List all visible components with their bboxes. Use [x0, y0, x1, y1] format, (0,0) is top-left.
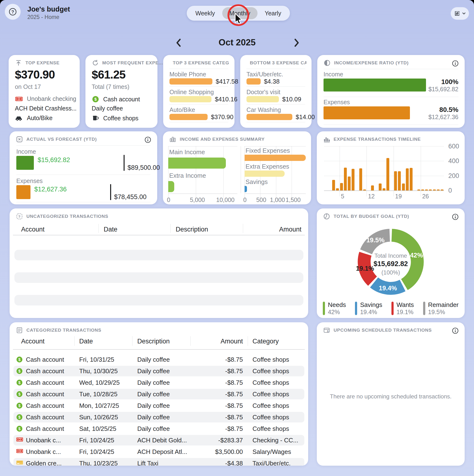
table-row[interactable]: $Cash accountSun, 10/26/25Daily coffee-$…: [14, 412, 304, 423]
ratio-amount: $12,627.36: [428, 114, 458, 120]
timeline-bar: [433, 189, 436, 190]
ratio-bar: [324, 79, 426, 91]
series-label: Fixed Expenses: [245, 147, 290, 154]
column-header-account[interactable]: Account: [21, 338, 45, 345]
expand-menu-button[interactable]: [451, 7, 469, 20]
cell-account: Cash account: [26, 354, 74, 365]
timeline-bar: [421, 189, 424, 190]
table-row[interactable]: $Cash accountMon, 10/27/25Daily coffee-$…: [14, 400, 304, 411]
info-icon[interactable]: [452, 213, 459, 221]
series-label: Savings: [245, 178, 268, 186]
ratio-percent: 100%: [441, 78, 458, 86]
column-header-amount[interactable]: Amount: [250, 226, 301, 233]
category-bar: [246, 114, 292, 120]
category-bar: [169, 78, 212, 85]
income-summary-chart: 05,00010,000Main IncomeExtra Income: [168, 146, 237, 194]
svg-text:$: $: [18, 404, 21, 408]
column-header-date[interactable]: Date: [79, 338, 93, 345]
cell-description: Lift Taxi: [137, 458, 200, 466]
cell-category: Coffee shops: [252, 412, 304, 423]
info-icon[interactable]: [144, 136, 151, 143]
column-header-account[interactable]: Account: [21, 226, 45, 233]
tab-yearly[interactable]: Yearly: [258, 7, 289, 19]
top3-expense-categories-card: TOP 3 EXPENSE CATEG... Mobile Phone$417.…: [163, 55, 234, 128]
x-tick-label: 19: [395, 193, 402, 200]
top-expense-account: Unobank checking: [27, 95, 76, 102]
help-button[interactable]: ?: [5, 4, 21, 20]
legend-name: Savings: [360, 301, 382, 309]
budget-dashboard-page: ? Joe's budget 2025 - Home WeeklyMonthly…: [0, 0, 474, 476]
tab-weekly[interactable]: Weekly: [188, 7, 222, 19]
empty-row-placeholder: [14, 295, 303, 306]
timeline-bar: [402, 184, 405, 190]
table-row[interactable]: Unobank c...Fri, 10/24/25ACH Debit Gold.…: [14, 435, 304, 445]
credit-card-icon: [16, 460, 24, 465]
table-row[interactable]: $Cash accountSat, 10/25/25Daily coffee-$…: [14, 424, 304, 434]
actual-vs-forecast-card: ACTUAL VS FORECAST (YTD) Income$15,692.8…: [10, 131, 157, 204]
top-expense-category: Auto/Bike: [27, 115, 52, 121]
table-row[interactable]: Unobank c...Fri, 10/24/25ACH Deposit Atl…: [14, 446, 304, 457]
grid-line: [324, 161, 444, 161]
column-header-category[interactable]: Category: [252, 338, 279, 345]
grid-line: [223, 147, 224, 200]
cash-account-icon: $: [16, 391, 23, 398]
legend-name: Wants: [396, 301, 414, 309]
table-row[interactable]: $Cash accountThu, 10/30/25Daily coffee-$…: [14, 366, 304, 376]
category-bar: [246, 78, 261, 85]
cell-category: Coffee shops: [252, 424, 304, 434]
cell-category: Coffee shops: [252, 366, 304, 376]
table-row[interactable]: $Cash accountTue, 10/28/25Daily coffee-$…: [14, 389, 304, 399]
timeline-bar: [394, 171, 397, 190]
column-header-description[interactable]: Description: [176, 226, 208, 233]
info-icon[interactable]: [452, 60, 459, 67]
coffee-mug-icon: [92, 115, 99, 122]
cell-date: Fri, 10/24/25: [79, 435, 134, 445]
cell-category: Coffee shops: [252, 354, 304, 365]
timeline-bar: [359, 168, 362, 190]
row-separator: [324, 97, 458, 97]
cell-account: Cash account: [26, 412, 74, 423]
timeline-bar: [417, 189, 420, 190]
cash-account-icon: $: [16, 379, 23, 386]
legend-text: Wants19.1%: [396, 301, 414, 316]
resize-icon: [454, 10, 460, 17]
legend-value: 19.5%: [428, 309, 459, 316]
svg-text:?: ?: [18, 214, 21, 219]
info-icon[interactable]: [452, 327, 459, 334]
category-value: $10.09: [282, 96, 301, 103]
prev-month-button[interactable]: [174, 37, 183, 48]
column-header-amount[interactable]: Amount: [202, 338, 243, 345]
category-value: $4.38: [264, 78, 280, 85]
column-header-date[interactable]: Date: [104, 226, 117, 233]
column-header-description[interactable]: Description: [137, 338, 170, 345]
most-frequent-description: Daily coffee: [92, 105, 123, 112]
card-title: INCOME AND EXPENSES SUMMARY: [180, 137, 265, 142]
card-title: ACTUAL VS FORECAST (YTD): [26, 137, 97, 142]
table-row[interactable]: Golden cre...Thu, 10/23/25Lift Taxi-$4.3…: [14, 458, 304, 466]
empty-row-placeholder: [14, 250, 303, 260]
header-underline: [13, 349, 305, 350]
column-divider: [170, 224, 171, 233]
cash-account-icon: $: [16, 356, 23, 363]
avf-actual-bar: [16, 185, 31, 199]
cash-account-icon: $: [16, 402, 23, 409]
table-row[interactable]: $Cash accountFri, 10/31/25Daily coffee-$…: [14, 354, 304, 365]
cell-account: Cash account: [26, 377, 74, 388]
card-title: CATEGORIZED TRANSACTIONS: [26, 328, 101, 333]
timeline-bar: [406, 168, 409, 190]
cell-amount: -$283.37: [202, 435, 243, 445]
budget-goal-donut-chart: 42%19.4%19.1%19.5%Total Income$15,692.82…: [351, 222, 431, 302]
most-frequent-expense-card: MOST FREQUENT EXPE... $61.25 Total (7 ti…: [85, 55, 157, 128]
series-label: Extra Income: [169, 172, 206, 179]
cell-amount: -$4.38: [202, 458, 243, 466]
next-month-button[interactable]: [292, 37, 301, 48]
column-divider: [132, 336, 132, 346]
half-circle-icon: [324, 59, 331, 67]
ratio-label: Income: [324, 71, 343, 78]
table-row[interactable]: $Cash accountWed, 10/29/25Daily coffee-$…: [14, 377, 304, 388]
column-divider: [243, 224, 243, 233]
timeline-bar: [441, 189, 443, 190]
card-title: MOST FREQUENT EXPE...: [102, 60, 163, 66]
card-title: BOTTOM 3 EXPENSE CA...: [250, 60, 307, 66]
avf-label: Expenses: [16, 177, 43, 185]
